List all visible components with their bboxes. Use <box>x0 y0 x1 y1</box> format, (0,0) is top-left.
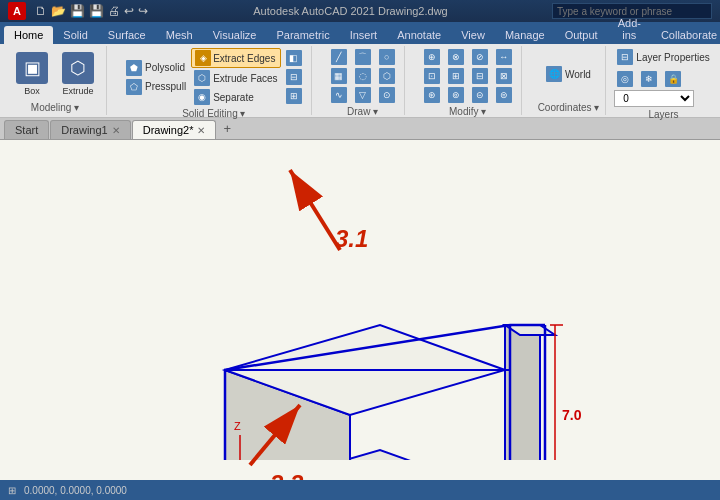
mod-btn6[interactable]: ⊞ <box>445 67 467 85</box>
layer-vis-icon: ◎ <box>617 71 633 87</box>
new-icon[interactable]: 🗋 <box>34 4 48 18</box>
tab-manage[interactable]: Manage <box>495 26 555 44</box>
tab-start[interactable]: Start <box>4 120 49 139</box>
separate-label: Separate <box>213 92 254 103</box>
save-as-icon[interactable]: 💾 <box>88 4 105 18</box>
solid-col2: ◈ Extract Edges ⬡ Extrude Faces ◉ Separa… <box>191 48 280 106</box>
draw-btn6[interactable]: ⬡ <box>376 67 398 85</box>
tab-drawing2-label: Drawing2* <box>143 124 194 136</box>
draw-btn7[interactable]: ∿ <box>328 86 350 104</box>
draw-icon2: ⌒ <box>355 49 371 65</box>
mod-icon2: ⊗ <box>448 49 464 65</box>
modeling-label[interactable]: Modeling ▾ <box>31 100 79 113</box>
open-icon[interactable]: 📂 <box>50 4 67 18</box>
tab-drawing2[interactable]: Drawing2* ✕ <box>132 120 217 139</box>
tab-parametric[interactable]: Parametric <box>266 26 339 44</box>
solid-icon3: ⊞ <box>286 88 302 104</box>
layer-icon2[interactable]: ❄ <box>638 70 660 88</box>
draw-icon3: ○ <box>379 49 395 65</box>
draw-icon5: ◌ <box>355 68 371 84</box>
presspull-label: Presspull <box>145 81 186 92</box>
draw-btn5[interactable]: ◌ <box>352 67 374 85</box>
tab-solid[interactable]: Solid <box>53 26 97 44</box>
layers-group: ⊟ Layer Properties ◎ ❄ 🔒 0 Layers <box>608 46 718 115</box>
autocad-logo: A <box>8 2 26 20</box>
separate-button[interactable]: ◉ Separate <box>191 88 280 106</box>
mod-icon6: ⊞ <box>448 68 464 84</box>
mod-btn10[interactable]: ⊚ <box>445 86 467 104</box>
tab-surface[interactable]: Surface <box>98 26 156 44</box>
extract-edges-button[interactable]: ◈ Extract Edges <box>191 48 280 68</box>
layer-properties-icon: ⊟ <box>617 49 633 65</box>
modeling-group: ▣ Box ⬡ Extrude Modeling ▾ <box>4 46 107 115</box>
redo-icon[interactable]: ↪ <box>137 4 149 18</box>
tab-addins[interactable]: Add-ins <box>608 14 651 44</box>
new-tab-button[interactable]: + <box>217 118 237 139</box>
arrow-32-svg <box>230 385 360 480</box>
world-label: World <box>565 69 591 80</box>
extract-edges-label: Extract Edges <box>213 53 275 64</box>
draw-icon7: ∿ <box>331 87 347 103</box>
draw-icon8: ▽ <box>355 87 371 103</box>
draw-label[interactable]: Draw ▾ <box>347 104 378 117</box>
tab-drawing2-close[interactable]: ✕ <box>197 125 205 136</box>
mod-btn5[interactable]: ⊡ <box>421 67 443 85</box>
mod-btn2[interactable]: ⊗ <box>445 48 467 66</box>
solid-col1: ⬟ Polysolid ⬠ Presspull <box>123 59 189 96</box>
solid-col3: ◧ ⊟ ⊞ <box>283 49 305 105</box>
modify-label[interactable]: Modify ▾ <box>449 104 486 117</box>
layer-properties-button[interactable]: ⊟ Layer Properties <box>614 48 712 66</box>
presspull-button[interactable]: ⬠ Presspull <box>123 78 189 96</box>
mod-btn9[interactable]: ⊛ <box>421 86 443 104</box>
draw-icon6: ⬡ <box>379 68 395 84</box>
mod-btn12[interactable]: ⊜ <box>493 86 515 104</box>
draw-btn1[interactable]: ╱ <box>328 48 350 66</box>
mod-icon7: ⊟ <box>472 68 488 84</box>
draw-btn3[interactable]: ○ <box>376 48 398 66</box>
layers-label[interactable]: Layers <box>649 107 679 120</box>
mod-btn7[interactable]: ⊟ <box>469 67 491 85</box>
mod-btn8[interactable]: ⊠ <box>493 67 515 85</box>
solid-btn1[interactable]: ◧ <box>283 49 305 67</box>
draw-btn8[interactable]: ▽ <box>352 86 374 104</box>
mod-icon5: ⊡ <box>424 68 440 84</box>
tab-visualize[interactable]: Visualize <box>203 26 267 44</box>
extrude-button[interactable]: ⬡ Extrude <box>56 50 100 98</box>
mod-icon4: ↔ <box>496 49 512 65</box>
tab-home[interactable]: Home <box>4 26 53 44</box>
svg-line-29 <box>290 170 340 250</box>
box-button[interactable]: ▣ Box <box>10 50 54 98</box>
tab-insert[interactable]: Insert <box>340 26 388 44</box>
drawing-area: Z Y 8.0 6.0 7.0 3.1 <box>0 140 720 480</box>
svg-line-31 <box>250 405 300 465</box>
tab-mesh[interactable]: Mesh <box>156 26 203 44</box>
mod-btn4[interactable]: ↔ <box>493 48 515 66</box>
tab-drawing1-close[interactable]: ✕ <box>112 125 120 136</box>
annotation-31-container: 3.1 <box>260 150 400 272</box>
save-icon[interactable]: 💾 <box>69 4 86 18</box>
draw-icon9: ⊙ <box>379 87 395 103</box>
tab-annotate[interactable]: Annotate <box>387 26 451 44</box>
undo-icon[interactable]: ↩ <box>123 4 135 18</box>
mod-btn3[interactable]: ⊘ <box>469 48 491 66</box>
mod-btn1[interactable]: ⊕ <box>421 48 443 66</box>
solid-btn2[interactable]: ⊟ <box>283 68 305 86</box>
tab-output[interactable]: Output <box>555 26 608 44</box>
layer-icon3[interactable]: 🔒 <box>662 70 684 88</box>
layer-icon1[interactable]: ◎ <box>614 70 636 88</box>
draw-btn2[interactable]: ⌒ <box>352 48 374 66</box>
layer-dropdown[interactable]: 0 <box>614 90 694 107</box>
tab-view[interactable]: View <box>451 26 495 44</box>
mod-btn11[interactable]: ⊝ <box>469 86 491 104</box>
tab-collaborate[interactable]: Collaborate <box>651 26 720 44</box>
plot-icon[interactable]: 🖨 <box>107 4 121 18</box>
solid-btn3[interactable]: ⊞ <box>283 87 305 105</box>
world-button[interactable]: 🌐 World <box>543 65 594 83</box>
draw-btn9[interactable]: ⊙ <box>376 86 398 104</box>
draw-btn4[interactable]: ▦ <box>328 67 350 85</box>
extrude-faces-button[interactable]: ⬡ Extrude Faces <box>191 69 280 87</box>
status-coords: 0.0000, 0.0000, 0.0000 <box>24 485 127 496</box>
coordinates-label[interactable]: Coordinates ▾ <box>538 100 600 113</box>
tab-drawing1[interactable]: Drawing1 ✕ <box>50 120 130 139</box>
polysolid-button[interactable]: ⬟ Polysolid <box>123 59 189 77</box>
